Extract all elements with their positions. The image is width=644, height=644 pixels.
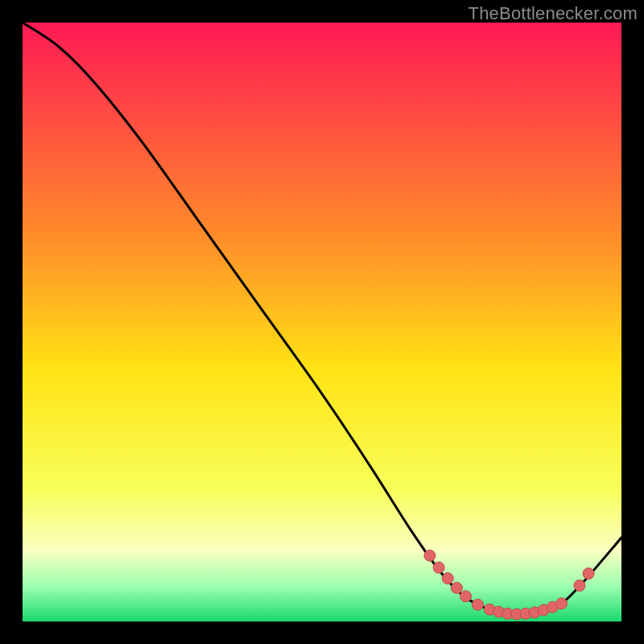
data-marker (424, 550, 436, 561)
plot-svg (23, 23, 621, 621)
chart-stage: TheBottlenecker.com (0, 0, 644, 644)
attribution-text: TheBottlenecker.com (469, 3, 638, 24)
plot-frame (23, 23, 621, 621)
data-marker (433, 562, 444, 573)
data-marker (451, 582, 462, 593)
data-marker (472, 599, 483, 610)
gradient-background (23, 23, 621, 621)
data-marker (583, 568, 594, 579)
data-marker (442, 572, 453, 584)
data-marker (460, 591, 472, 602)
data-marker (556, 598, 568, 609)
data-marker (574, 580, 585, 591)
